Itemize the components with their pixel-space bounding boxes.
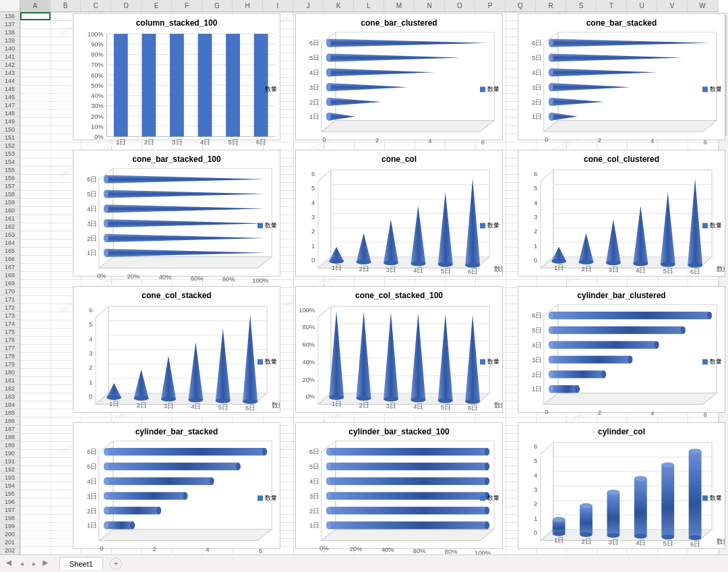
column-header-W[interactable]: W	[688, 0, 718, 11]
row-header[interactable]: 194	[0, 482, 20, 490]
column-header-K[interactable]: K	[324, 0, 354, 11]
tab-nav-buttons[interactable]: ⯇ ◂ ▸ ⯈	[0, 560, 55, 567]
row-header[interactable]: 154	[0, 158, 20, 166]
row-header[interactable]: 174	[0, 320, 20, 328]
row-header[interactable]: 193	[0, 474, 20, 482]
row-header[interactable]: 168	[0, 271, 20, 279]
column-header-H[interactable]: H	[233, 0, 263, 11]
row-header[interactable]: 189	[0, 441, 20, 449]
select-all-triangle[interactable]	[0, 0, 20, 11]
row-header[interactable]: 190	[0, 449, 20, 457]
row-header[interactable]: 167	[0, 263, 20, 271]
chart-cylinder_bar_clustered[interactable]: cylinder_bar_clustered02461日2日3日4日5日6日数量	[518, 286, 725, 413]
row-header[interactable]: 195	[0, 490, 20, 498]
column-header-A[interactable]: A	[20, 0, 51, 11]
row-header[interactable]: 145	[0, 85, 20, 93]
row-header[interactable]: 156	[0, 174, 20, 182]
row-header[interactable]: 181	[0, 376, 20, 384]
tab-last-icon[interactable]: ⯈	[40, 560, 51, 567]
row-header[interactable]: 173	[0, 312, 20, 320]
sheet-tab-sheet1[interactable]: Sheet1	[59, 557, 103, 570]
tab-first-icon[interactable]: ⯇	[4, 560, 15, 567]
column-header-N[interactable]: N	[415, 0, 445, 11]
row-header[interactable]: 149	[0, 117, 20, 125]
row-header[interactable]: 160	[0, 206, 20, 214]
row-header[interactable]: 155	[0, 166, 20, 174]
column-header-Q[interactable]: Q	[506, 0, 536, 11]
column-header-P[interactable]: P	[475, 0, 506, 11]
column-header-U[interactable]: U	[627, 0, 657, 11]
row-header[interactable]: 162	[0, 223, 20, 231]
row-header[interactable]: 192	[0, 465, 20, 474]
row-header[interactable]: 177	[0, 344, 20, 352]
column-header-S[interactable]: S	[566, 0, 597, 11]
chart-cone_col_clustered[interactable]: cone_col_clustered01234561日2日3日4日5日6日数量数…	[518, 150, 725, 277]
column-header-B[interactable]: B	[51, 0, 81, 11]
chart-cone_col_stacked[interactable]: cone_col_stacked01234561日2日3日4日5日6日数量数量	[73, 286, 280, 413]
chart-column_stacked_100[interactable]: column_stacked_1000%10%20%30%40%50%60%70…	[73, 13, 280, 140]
row-header[interactable]: 142	[0, 61, 20, 69]
row-header[interactable]: 147	[0, 101, 20, 109]
row-header[interactable]: 198	[0, 514, 20, 522]
column-header-C[interactable]: C	[81, 0, 111, 11]
row-header[interactable]: 136	[0, 12, 20, 20]
row-header[interactable]: 140	[0, 45, 20, 53]
row-header[interactable]: 163	[0, 231, 20, 239]
row-header[interactable]: 191	[0, 457, 20, 465]
column-header-L[interactable]: L	[354, 0, 384, 11]
row-header[interactable]: 170	[0, 287, 20, 295]
row-header[interactable]: 161	[0, 214, 20, 223]
row-header[interactable]: 202	[0, 546, 20, 554]
row-header[interactable]: 178	[0, 352, 20, 360]
row-header[interactable]: 143	[0, 69, 20, 77]
row-header[interactable]: 187	[0, 425, 20, 433]
row-header[interactable]: 157	[0, 182, 20, 190]
row-header[interactable]: 185	[0, 409, 20, 417]
row-header[interactable]: 180	[0, 368, 20, 376]
chart-cone_bar_clustered[interactable]: cone_bar_clustered02461日2日3日4日5日6日数量	[295, 13, 503, 140]
row-header[interactable]: 188	[0, 433, 20, 441]
tab-next-icon[interactable]: ▸	[28, 560, 39, 567]
row-header[interactable]: 164	[0, 239, 20, 247]
column-header-row[interactable]: ABCDEFGHIJKLMNOPQRSTUVW	[0, 0, 719, 12]
column-header-M[interactable]: M	[384, 0, 415, 11]
row-header[interactable]: 201	[0, 538, 20, 546]
row-header[interactable]: 141	[0, 53, 20, 61]
chart-cylinder_col[interactable]: cylinder_col01234561日2日3日4日5日6日数量数量	[518, 422, 725, 549]
row-header[interactable]: 159	[0, 198, 20, 206]
row-header[interactable]: 152	[0, 142, 20, 150]
row-header[interactable]: 138	[0, 28, 20, 36]
row-header[interactable]: 196	[0, 498, 20, 506]
column-header-J[interactable]: J	[293, 0, 324, 11]
column-header-V[interactable]: V	[657, 0, 688, 11]
row-header[interactable]: 158	[0, 190, 20, 198]
chart-cone_col_stacked_100[interactable]: cone_col_stacked_1000%20%40%60%80%100%1日…	[295, 286, 503, 413]
row-header[interactable]: 153	[0, 150, 20, 158]
row-header[interactable]: 146	[0, 93, 20, 101]
column-header-I[interactable]: I	[263, 0, 293, 11]
row-header[interactable]: 197	[0, 506, 20, 514]
row-header[interactable]: 144	[0, 77, 20, 85]
row-header[interactable]: 199	[0, 522, 20, 530]
chart-cone_bar_stacked[interactable]: cone_bar_stacked02461日2日3日4日5日6日数量	[518, 13, 725, 140]
column-header-O[interactable]: O	[445, 0, 475, 11]
row-header[interactable]: 179	[0, 360, 20, 368]
chart-cone_col[interactable]: cone_col01234561日2日3日4日5日6日数量数量	[295, 150, 503, 277]
row-header[interactable]: 165	[0, 247, 20, 255]
chart-cylinder_bar_stacked[interactable]: cylinder_bar_stacked02461日2日3日4日5日6日数量	[73, 422, 280, 549]
tab-prev-icon[interactable]: ◂	[16, 560, 27, 567]
row-header[interactable]: 166	[0, 255, 20, 263]
column-header-E[interactable]: E	[142, 0, 172, 11]
column-header-T[interactable]: T	[597, 0, 627, 11]
row-header[interactable]: 171	[0, 295, 20, 304]
row-header[interactable]: 186	[0, 417, 20, 425]
sheet-area[interactable]: ABCDEFGHIJKLMNOPQRSTUVW 1361371381391401…	[0, 0, 728, 572]
column-header-D[interactable]: D	[111, 0, 142, 11]
chart-cylinder_bar_stacked_100[interactable]: cylinder_bar_stacked_1000%20%40%60%80%10…	[295, 422, 503, 549]
row-header[interactable]: 200	[0, 530, 20, 538]
row-header[interactable]: 175	[0, 328, 20, 336]
row-header[interactable]: 184	[0, 401, 20, 409]
add-sheet-button[interactable]: ＋	[110, 558, 122, 570]
row-header[interactable]: 176	[0, 336, 20, 344]
column-header-R[interactable]: R	[536, 0, 566, 11]
